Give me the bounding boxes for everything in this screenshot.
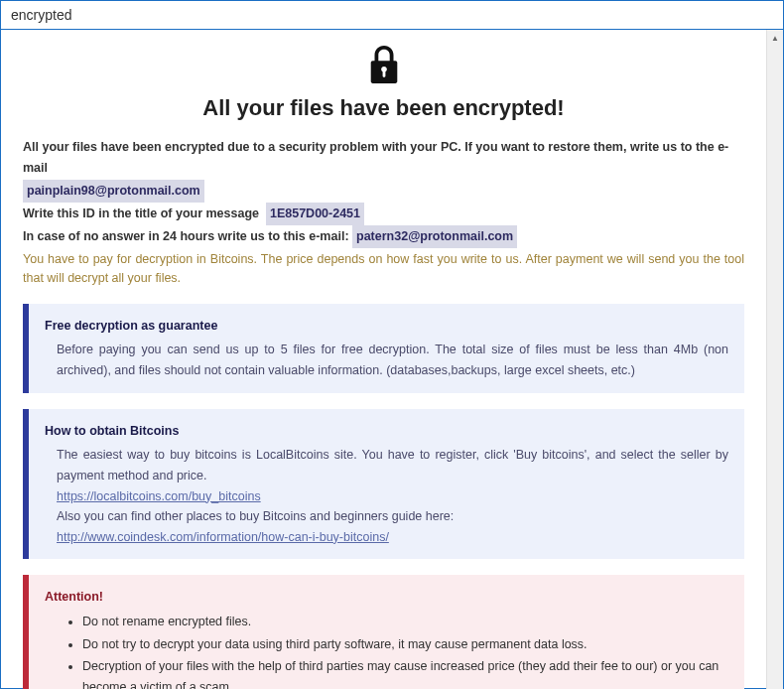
box-attention-title: Attention!	[45, 587, 728, 608]
box-obtain-p1: The easiest way to buy bitcoins is Local…	[57, 445, 728, 485]
window-title: encrypted	[11, 7, 71, 23]
lock-icon	[365, 71, 403, 88]
window-titlebar: encrypted	[1, 1, 783, 30]
intro-block: All your files have been encrypted due t…	[23, 137, 744, 248]
box-obtain-bitcoins: How to obtain Bitcoins The easiest way t…	[23, 409, 744, 560]
intro-line2: Write this ID in the title of your messa…	[23, 207, 259, 220]
box-obtain-bitcoins-title: How to obtain Bitcoins	[45, 421, 728, 442]
lock-icon-wrap	[23, 44, 744, 89]
link-localbitcoins[interactable]: https://localbitcoins.com/buy_bitcoins	[57, 489, 261, 503]
victim-id: 1E857D00-2451	[266, 203, 364, 225]
payment-note: You have to pay for decryption in Bitcoi…	[23, 250, 744, 288]
intro-line1: All your files have been encrypted due t…	[23, 140, 728, 175]
attention-item: Do not rename encrypted files.	[82, 612, 728, 632]
content: All your files have been encrypted! All …	[1, 30, 766, 689]
attention-item: Decryption of your files with the help o…	[82, 656, 728, 689]
scroll-up-icon[interactable]: ▲	[767, 30, 783, 47]
page-title: All your files have been encrypted!	[23, 95, 744, 121]
box-obtain-p2: Also you can find other places to buy Bi…	[57, 509, 454, 523]
attention-list: Do not rename encrypted files. Do not tr…	[57, 612, 728, 689]
attention-item: Do not try to decrypt your data using th…	[82, 634, 728, 655]
email-secondary: patern32@protonmail.com	[352, 225, 517, 248]
content-wrap: All your files have been encrypted! All …	[1, 30, 783, 689]
box-attention: Attention! Do not rename encrypted files…	[23, 575, 744, 689]
box-free-decryption: Free decryption as guarantee Before payi…	[23, 304, 744, 393]
box-free-decryption-title: Free decryption as guarantee	[45, 316, 728, 337]
email-primary: painplain98@protonmail.com	[23, 180, 204, 203]
window: encrypted All your files have been encry…	[0, 0, 784, 689]
box-free-decryption-body: Before paying you can send us up to 5 fi…	[57, 340, 728, 380]
intro-line3: In case of no answer in 24 hours write u…	[23, 229, 349, 243]
vertical-scrollbar[interactable]: ▲ ▼	[766, 30, 783, 689]
link-coindesk[interactable]: http://www.coindesk.com/information/how-…	[57, 530, 389, 544]
